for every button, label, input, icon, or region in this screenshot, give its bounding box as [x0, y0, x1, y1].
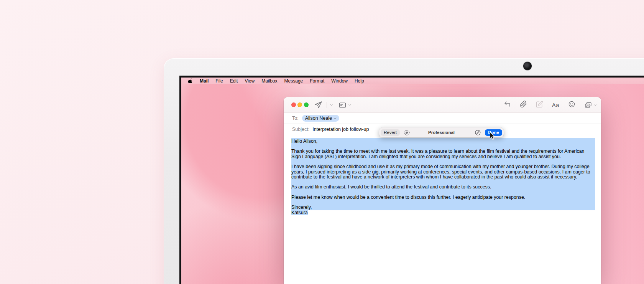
attach-file-button[interactable]: [520, 101, 527, 109]
zoom-window-button[interactable]: [304, 102, 309, 107]
body-paragraph: Please let me know when would be a conve…: [291, 195, 595, 200]
facetime-camera: [523, 62, 532, 70]
undo-button[interactable]: [504, 101, 511, 109]
body-paragraph: Thank you for taking the time to meet wi…: [291, 149, 595, 159]
menu-item-help[interactable]: Help: [351, 78, 368, 84]
menu-item-mail[interactable]: Mail: [196, 78, 212, 84]
mouse-cursor: [490, 132, 496, 142]
subject-value[interactable]: Interpretation job follow-up: [312, 127, 369, 132]
body-paragraph: Sincerely,: [291, 205, 595, 210]
header-fields-icon: [338, 101, 347, 109]
recipient-name: Alison Neale: [305, 116, 332, 121]
menu-item-message[interactable]: Message: [281, 78, 307, 84]
chevron-down-icon: [334, 117, 337, 120]
signature-line: Katsura: [291, 210, 601, 215]
photo-browser-icon: [584, 101, 592, 109]
writing-tools-bar: Revert Professional Done: [379, 127, 504, 137]
menu-item-format[interactable]: Format: [306, 78, 328, 84]
chevron-down-icon: [593, 103, 597, 107]
body-paragraph: Hello Alison,: [291, 139, 595, 144]
send-button[interactable]: [314, 101, 322, 109]
body-paragraph: I have been signing since childhood and …: [291, 164, 595, 180]
message-body[interactable]: Hello Alison, Thank you for taking the t…: [284, 135, 601, 215]
menu-item-file[interactable]: File: [212, 78, 226, 84]
minimize-window-button[interactable]: [297, 102, 302, 107]
format-text-button[interactable]: Aa: [552, 102, 559, 108]
revert-button[interactable]: Revert: [381, 129, 400, 136]
chevron-down-icon: [329, 103, 334, 107]
photo-browser-button[interactable]: [584, 101, 597, 109]
writing-tools-menu-button[interactable]: [404, 129, 410, 136]
compose-titlebar[interactable]: Aa: [284, 97, 601, 113]
apple-menu-icon[interactable]: [185, 78, 196, 83]
signature-name: Katsura: [291, 210, 308, 215]
selected-text-block: Hello Alison, Thank you for taking the t…: [291, 138, 595, 210]
close-window-button[interactable]: [291, 102, 296, 107]
menu-item-edit[interactable]: Edit: [227, 78, 242, 84]
menu-bar: Mail File Edit View Mailbox Message Form…: [181, 78, 644, 84]
compose-window: Aa To: Alison Neale Subject: Interpretat…: [284, 97, 601, 284]
rewrite-button[interactable]: [475, 129, 481, 136]
send-options-group[interactable]: [324, 102, 334, 108]
recipient-token[interactable]: Alison Neale: [302, 115, 339, 122]
body-paragraph: As an avid film enthusiast, I would be t…: [291, 185, 595, 190]
toolbar-divider: [327, 102, 327, 108]
to-label: To:: [292, 116, 299, 121]
to-field-row[interactable]: To: Alison Neale: [284, 113, 601, 124]
header-fields-button[interactable]: [338, 101, 352, 109]
markup-button: [536, 101, 543, 109]
chevron-down-icon: [348, 103, 352, 107]
subject-label: Subject:: [292, 127, 309, 132]
emoji-button[interactable]: [568, 101, 575, 109]
menu-item-mailbox[interactable]: Mailbox: [258, 78, 281, 84]
menu-item-view[interactable]: View: [241, 78, 258, 84]
menu-item-window[interactable]: Window: [328, 78, 351, 84]
